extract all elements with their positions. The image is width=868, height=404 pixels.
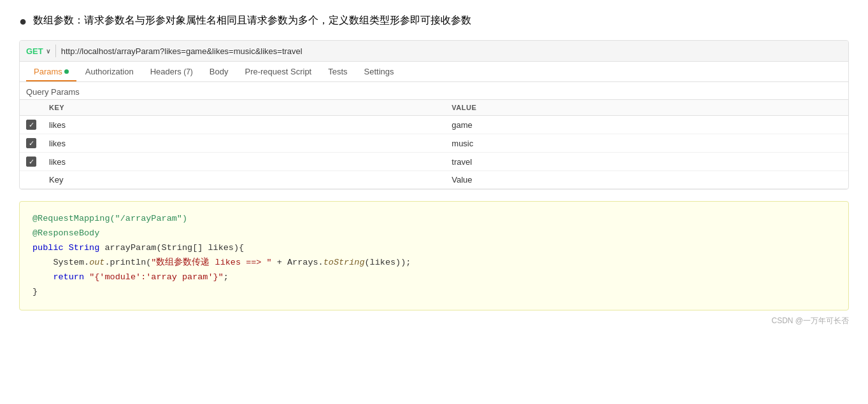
keyword-public: public: [32, 243, 69, 253]
value-cell: music: [445, 134, 848, 153]
query-params-label: Query Params: [20, 82, 848, 99]
method-dropdown-arrow: ∨: [46, 48, 50, 55]
code-block: @RequestMapping("/arrayParam") @Response…: [19, 201, 849, 310]
code-line-5: return "{'module':'array param'}";: [32, 270, 836, 285]
row-checkbox[interactable]: [26, 157, 36, 167]
placeholder-value[interactable]: Value: [445, 171, 848, 189]
watermark: CSDN @一万年可长否: [19, 316, 849, 326]
url-bar: GET ∨ http://localhost/arrayParam?likes=…: [20, 41, 848, 62]
col-check-header: [20, 100, 43, 116]
params-dot: [64, 69, 69, 74]
bullet-dot: ●: [19, 14, 27, 29]
code-line-1: @RequestMapping("/arrayParam"): [32, 212, 836, 226]
code-line-4: System.out.println("数组参数传递 likes ==> " +…: [32, 256, 836, 270]
bullet-section: ● 数组参数：请求参数名与形参对象属性名相同且请求参数为多个，定义数组类型形参即…: [19, 13, 849, 29]
table-row-placeholder: Key Value: [20, 171, 848, 189]
tab-tests[interactable]: Tests: [320, 62, 355, 81]
tab-authorization[interactable]: Authorization: [78, 62, 141, 81]
placeholder-key[interactable]: Key: [43, 171, 445, 189]
out-method: out: [89, 258, 104, 267]
key-cell: likes: [43, 134, 445, 153]
tab-body[interactable]: Body: [202, 62, 236, 81]
code-line-3: public String arrayParam(String[] likes)…: [32, 241, 836, 256]
table-row: likes travel: [20, 153, 848, 171]
headers-badge: (7): [181, 67, 193, 76]
url-divider: [55, 45, 56, 57]
table-row: likes music: [20, 134, 848, 153]
tab-params[interactable]: Params: [26, 62, 76, 81]
tab-headers[interactable]: Headers (7): [143, 62, 201, 81]
method-name: arrayParam(String[] likes){: [104, 243, 244, 253]
keyword-string-type: String: [69, 243, 105, 253]
value-cell: travel: [445, 153, 848, 171]
annotation-responsebody: @ResponseBody: [32, 228, 99, 238]
tabs-bar: Params Authorization Headers (7) Body Pr…: [20, 62, 848, 82]
key-cell: likes: [43, 116, 445, 134]
key-cell: likes: [43, 153, 445, 171]
value-cell: game: [445, 116, 848, 134]
postman-panel: GET ∨ http://localhost/arrayParam?likes=…: [19, 40, 849, 190]
placeholder-check: [20, 171, 43, 189]
row-checkbox[interactable]: [26, 120, 36, 130]
table-row: likes game: [20, 116, 848, 134]
tab-settings[interactable]: Settings: [357, 62, 402, 81]
col-value-header: VALUE: [445, 100, 848, 116]
method-label: GET: [26, 46, 43, 56]
code-line-6: }: [32, 285, 836, 300]
tostring-method: toString: [324, 258, 365, 267]
params-table: KEY VALUE likes game likes music: [20, 99, 848, 189]
code-line-2: @ResponseBody: [32, 226, 836, 241]
url-input[interactable]: http://localhost/arrayParam?likes=game&l…: [61, 46, 842, 56]
col-key-header: KEY: [43, 100, 445, 116]
method-select[interactable]: GET ∨: [26, 46, 50, 56]
annotation-requestmapping: @RequestMapping("/arrayParam"): [32, 214, 187, 223]
checkbox-cell[interactable]: [20, 153, 43, 171]
bullet-text: 数组参数：请求参数名与形参对象属性名相同且请求参数为多个，定义数组类型形参即可接…: [33, 13, 471, 28]
tab-prerequest[interactable]: Pre-request Script: [237, 62, 319, 81]
row-checkbox[interactable]: [26, 138, 36, 148]
checkbox-cell[interactable]: [20, 116, 43, 134]
checkbox-cell[interactable]: [20, 134, 43, 153]
